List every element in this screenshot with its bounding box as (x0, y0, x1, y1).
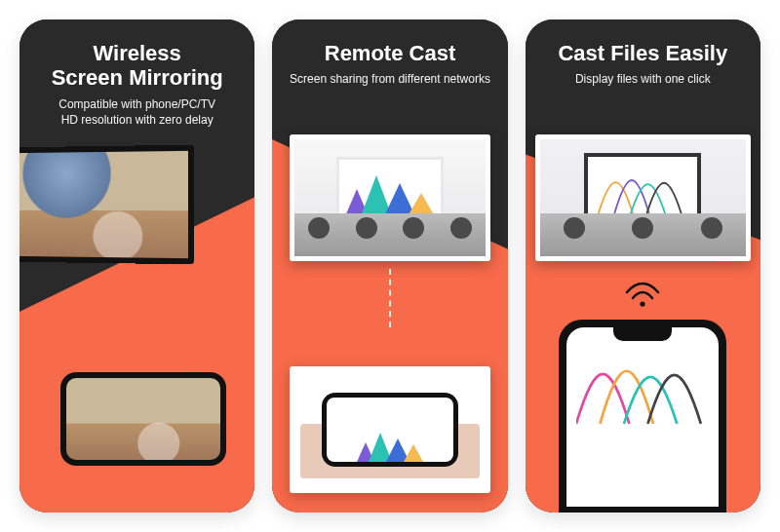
card3-subtitle: Display files with one click (539, 71, 747, 88)
card3-title: Cast Files Easily (539, 41, 747, 65)
promo-card-3: Cast Files Easily Display files with one… (526, 19, 760, 513)
card1-subtitle: Compatible with phone/PC/TVHD resolution… (33, 96, 241, 130)
card1-title: WirelessScreen Mirroring (33, 41, 241, 91)
promo-card-2: Remote Cast Screen sharing from differen… (272, 19, 507, 513)
card2-title: Remote Cast (286, 41, 493, 65)
card2-subtitle: Screen sharing from different networks (286, 71, 493, 88)
promo-card-1: WirelessScreen Mirroring Compatible with… (20, 19, 254, 513)
